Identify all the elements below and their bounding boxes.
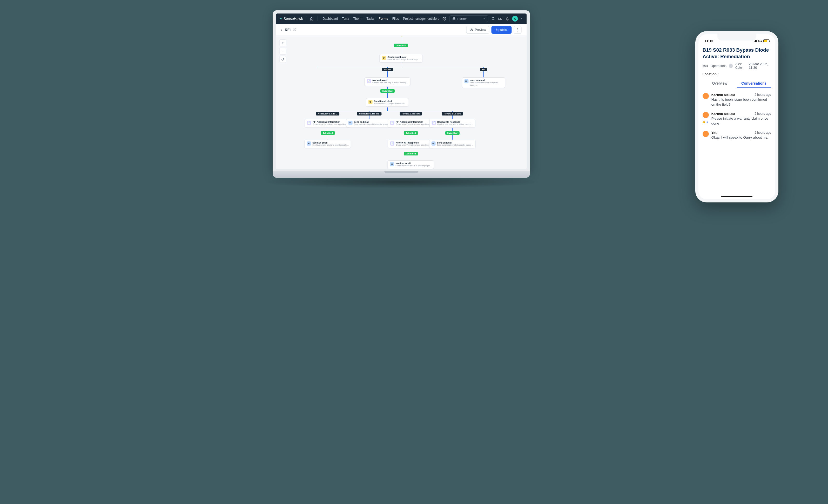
node-review[interactable]: 📄 Review RFI ResponseCreate a new form s… — [429, 119, 475, 127]
svg-point-0 — [444, 18, 445, 19]
task-meta: #94 Operations Alex Cole 28 Mar 2022, 11… — [703, 62, 771, 70]
node-addinfo[interactable]: 📄 RFI Additional InformationCreate a new… — [304, 119, 351, 127]
message-avatar — [703, 112, 709, 118]
node-rfi-addressal[interactable]: 📄 RFI AddressalCreate a new form step or… — [364, 77, 411, 86]
assignee-name: Alex Cole — [735, 62, 746, 70]
branch-label: NO — [480, 68, 487, 71]
status-pill: Submitted — [404, 131, 418, 135]
phone-time: 11:16 — [705, 39, 713, 43]
form-icon: 📄 — [390, 121, 394, 125]
zoom-in-button[interactable]: ＋ — [279, 39, 286, 46]
info-icon[interactable]: ⓘ — [293, 28, 296, 32]
branch-label: No Review & Add ... — [316, 112, 340, 116]
task-title: B19 S02 R033 Bypass Diode Active: Remedi… — [703, 47, 771, 60]
asset-selector[interactable]: Horizon — [449, 15, 488, 22]
settings-icon[interactable] — [442, 16, 447, 21]
assignee-avatar — [729, 64, 733, 68]
node-review[interactable]: 📄 Review RFI ResponseCreate a new form s… — [388, 140, 434, 148]
zoom-reset-button[interactable]: ↺ — [279, 56, 286, 63]
phone-notch — [717, 34, 756, 40]
laptop-bezel: ✶ SenseHawk DashboardTerraThermTasksForm… — [273, 10, 530, 171]
form-icon: 📄 — [307, 121, 311, 125]
nav-item-tasks[interactable]: Tasks — [366, 17, 374, 20]
nav-item-terra[interactable]: Terra — [342, 17, 349, 20]
workflow-canvas[interactable]: ＋ － ↺ Submitted ⚙ Conditional blockRoute… — [276, 36, 527, 169]
laptop-base — [273, 171, 530, 178]
home-indicator[interactable] — [721, 196, 752, 197]
mail-icon: ✉ — [390, 162, 394, 166]
zoom-controls: ＋ － ↺ — [279, 39, 286, 63]
mail-icon: ✉ — [464, 79, 468, 83]
brand-name: SenseHawk — [284, 16, 303, 21]
mail-icon: ✉ — [431, 141, 436, 145]
status-pill: Submitted — [380, 89, 395, 93]
app-window: ✶ SenseHawk DashboardTerraThermTasksForm… — [276, 13, 527, 169]
form-icon: 📄 — [367, 79, 371, 83]
nav-item-forms[interactable]: Forms — [379, 17, 388, 20]
node-email[interactable]: ✉ Send an EmailSend customized emails to… — [304, 140, 351, 148]
task-id: #94 — [703, 64, 708, 68]
back-icon[interactable]: ‹ — [281, 28, 282, 32]
node-conditional[interactable]: ⚙ Conditional blockRoute the form throug… — [379, 54, 422, 62]
status-pill: Submitted — [394, 44, 408, 47]
app-header: ✶ SenseHawk DashboardTerraThermTasksForm… — [276, 13, 527, 24]
sub-header: ‹ RFI ⓘ Preview Unpublish ⋮ — [276, 24, 527, 36]
task-date: 28 Mar 2022, 11:30 — [749, 62, 771, 70]
message-author: Karthik Mekala — [711, 93, 735, 97]
nav-item-files[interactable]: Files — [392, 17, 399, 20]
nav-item-therm[interactable]: Therm — [354, 17, 363, 20]
preview-button[interactable]: Preview — [466, 26, 489, 34]
nav-more[interactable]: More — [434, 16, 439, 21]
brand-mark-icon: ✶ — [279, 16, 283, 21]
node-addinfo[interactable]: 📄 RFI Additional InformationCreate a new… — [388, 119, 434, 127]
user-avatar[interactable]: A — [512, 16, 518, 22]
task-tabs: Overview Conversations — [703, 79, 771, 88]
task-category: Operations — [711, 64, 727, 68]
language-switch[interactable]: EN — [498, 17, 502, 20]
message[interactable]: Karthik Mekala2 hours agoPlease initiate… — [703, 110, 771, 129]
page-title: RFI — [285, 28, 291, 32]
more-menu-button[interactable]: ⋮ — [513, 26, 521, 34]
zoom-out-button[interactable]: － — [279, 48, 286, 54]
laptop-frame: ✶ SenseHawk DashboardTerraThermTasksForm… — [273, 10, 530, 178]
phone-screen: 11:16 4G B19 S02 R033 Bypass Diode Activ… — [698, 34, 775, 199]
battery-icon — [763, 39, 769, 42]
node-email[interactable]: ✉ Send an EmailSend customized emails to… — [462, 77, 505, 88]
header-right: Horizon EN A — [442, 15, 523, 22]
message-body: Okay, I will speak to Garry about his. — [711, 135, 771, 140]
status-pill: Submitted — [445, 131, 459, 135]
brand-logo[interactable]: ✶ SenseHawk — [279, 16, 303, 21]
chevron-down-icon[interactable] — [520, 17, 523, 20]
message-time: 2 hours ago — [754, 112, 771, 116]
message-time: 2 hours ago — [754, 93, 771, 97]
unpublish-button[interactable]: Unpublish — [492, 26, 511, 34]
branch-label: Not NO — [382, 68, 393, 71]
tab-conversations[interactable]: Conversations — [737, 79, 771, 88]
message-author: Karthik Mekala — [711, 112, 735, 116]
node-email[interactable]: ✉ Send an EmailSend customized emails to… — [346, 119, 392, 127]
like-icon[interactable]: 👍 1 — [703, 120, 708, 124]
branch-label: No Review & No Info — [357, 112, 381, 116]
branch-label: Review & No Info — [442, 112, 463, 116]
tab-overview[interactable]: Overview — [703, 79, 737, 88]
node-email[interactable]: ✉ Send an EmailSend customized emails to… — [429, 140, 476, 148]
mail-icon: ✉ — [307, 141, 311, 145]
message-body: Has this been issue been confirmed on th… — [711, 97, 771, 107]
separator — [317, 16, 318, 21]
task-location-label: Location : — [703, 72, 771, 76]
form-icon: 📄 — [431, 121, 436, 125]
search-icon[interactable] — [491, 16, 496, 21]
message-author: You — [711, 131, 718, 135]
branch-label: Review & Add Info — [400, 112, 422, 116]
nav-item-project-management[interactable]: Project management — [403, 17, 432, 20]
node-email[interactable]: ✉ Send an EmailSend customized emails to… — [387, 160, 434, 169]
message[interactable]: You2 hours agoOkay, I will speak to Garr… — [703, 129, 771, 143]
node-conditional[interactable]: ⚙ Conditional blockRoute the form throug… — [366, 98, 409, 107]
message-avatar — [703, 93, 709, 99]
branch-icon: ⚙ — [368, 100, 372, 104]
bell-icon[interactable] — [505, 16, 509, 21]
nav-item-dashboard[interactable]: Dashboard — [323, 17, 338, 20]
message[interactable]: Karthik Mekala2 hours agoHas this been i… — [703, 91, 771, 110]
network-label: 4G — [758, 39, 762, 43]
home-icon[interactable] — [309, 16, 314, 21]
